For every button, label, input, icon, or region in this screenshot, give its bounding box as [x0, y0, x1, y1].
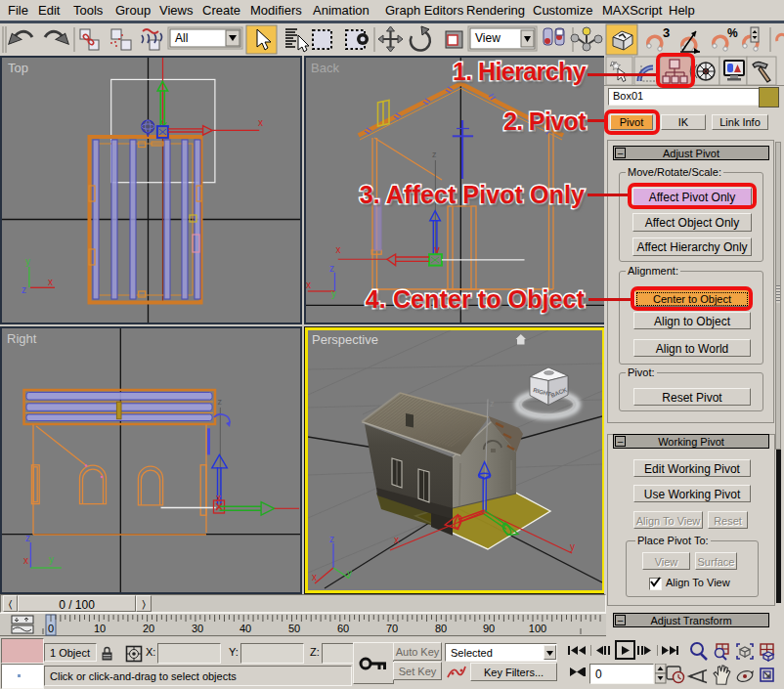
svg-text:0: 0	[48, 623, 54, 634]
svg-text:Perspective: Perspective	[312, 332, 378, 347]
svg-text:z: z	[25, 533, 30, 543]
svg-text:70: 70	[386, 623, 398, 634]
svg-text:y: y	[25, 256, 30, 267]
svg-text:80: 80	[435, 623, 447, 634]
svg-text:x: x	[216, 493, 221, 503]
svg-text:x: x	[258, 117, 263, 128]
svg-text:y: y	[347, 568, 352, 579]
svg-text:%: %	[727, 26, 738, 40]
svg-text:z: z	[329, 263, 334, 274]
svg-text:60: 60	[337, 623, 349, 634]
svg-text:z: z	[432, 150, 437, 159]
svg-text:y: y	[331, 288, 336, 299]
svg-text:z: z	[218, 397, 223, 407]
svg-text:x: x	[306, 280, 311, 290]
svg-text:y: y	[49, 554, 54, 565]
svg-text:z: z	[490, 399, 495, 409]
svg-text:x: x	[312, 572, 317, 582]
svg-text:90: 90	[483, 623, 495, 634]
svg-text:Top: Top	[8, 61, 28, 75]
svg-text:10: 10	[94, 623, 106, 634]
svg-text:100: 100	[529, 623, 546, 634]
svg-text:z: z	[329, 534, 334, 544]
svg-text:3: 3	[663, 25, 670, 40]
svg-text:30: 30	[192, 623, 203, 634]
svg-text:20: 20	[143, 623, 154, 634]
svg-text:y: y	[570, 541, 575, 552]
svg-text:x: x	[23, 555, 28, 566]
svg-text:x: x	[336, 244, 341, 255]
svg-text:Right: Right	[7, 331, 37, 346]
svg-text:x: x	[48, 277, 53, 287]
svg-text:View: View	[475, 31, 501, 45]
svg-text:x: x	[394, 535, 399, 545]
svg-text:All: All	[175, 31, 188, 45]
svg-text:50: 50	[288, 623, 300, 634]
svg-text:z: z	[22, 284, 26, 295]
svg-text:40: 40	[240, 623, 251, 634]
svg-text:Back: Back	[311, 61, 339, 75]
